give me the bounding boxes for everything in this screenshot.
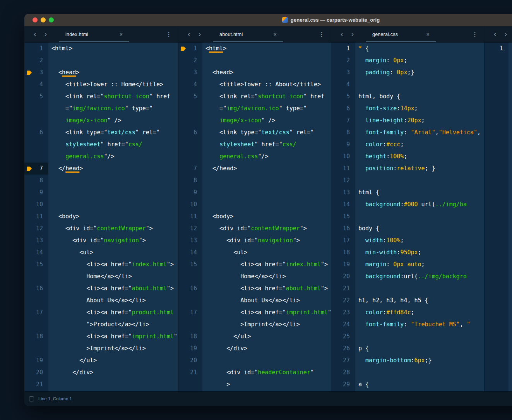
- code-row[interactable]: 26p {: [331, 343, 484, 355]
- code-line[interactable]: general.css"/>: [48, 151, 178, 163]
- code-line[interactable]: [48, 199, 178, 211]
- line-number-gutter[interactable]: 20: [178, 355, 202, 367]
- code-line[interactable]: <link type="text/css" rel=": [202, 127, 331, 139]
- line-number-gutter[interactable]: 8: [24, 175, 48, 187]
- line-number-gutter[interactable]: 21: [24, 379, 48, 391]
- code-row[interactable]: About Us</a></li>: [24, 295, 178, 307]
- line-number-gutter[interactable]: 17: [331, 235, 355, 247]
- line-number-gutter[interactable]: 6: [178, 127, 202, 139]
- code-row[interactable]: 16 <li><a href="about.html">: [24, 283, 178, 295]
- code-row[interactable]: 23 color:#ffd84c;: [331, 307, 484, 319]
- close-window-button[interactable]: [33, 17, 38, 22]
- code-editor-index-html[interactable]: 1<html>23 <head>4 <title>Tower :: Home</…: [24, 43, 178, 391]
- line-number-gutter[interactable]: [24, 115, 48, 127]
- code-line[interactable]: [355, 331, 484, 343]
- code-row[interactable]: 9: [24, 187, 178, 199]
- code-line[interactable]: <li><a href="product.html: [48, 307, 178, 319]
- code-row[interactable]: 10: [24, 199, 178, 211]
- line-number-gutter[interactable]: 9: [178, 187, 202, 199]
- code-row[interactable]: 15 <li><a href="index.html">: [178, 259, 331, 271]
- code-row[interactable]: 1<html>: [24, 43, 178, 55]
- line-number-gutter[interactable]: [178, 271, 202, 283]
- close-tab-icon[interactable]: ×: [274, 32, 277, 37]
- code-line[interactable]: <body>: [202, 211, 331, 223]
- line-number-gutter[interactable]: 20: [24, 367, 48, 379]
- code-row[interactable]: 21: [24, 379, 178, 391]
- code-row[interactable]: >: [178, 379, 331, 391]
- code-line[interactable]: <div id="contentWrapper">: [202, 223, 331, 235]
- code-line[interactable]: <div id="navigation">: [202, 235, 331, 247]
- code-row[interactable]: 20: [178, 355, 331, 367]
- code-row[interactable]: 14 <ul>: [24, 247, 178, 259]
- code-row[interactable]: 28: [331, 367, 484, 379]
- line-number-gutter[interactable]: 2: [24, 55, 48, 67]
- code-line[interactable]: stylesheet" href="css/: [202, 139, 331, 151]
- overflow-menu-icon[interactable]: ⋮: [319, 31, 325, 38]
- line-number-gutter[interactable]: 4: [178, 79, 202, 91]
- code-row[interactable]: 3 <head>: [178, 67, 331, 79]
- code-editor-4[interactable]: 1: [485, 43, 512, 391]
- line-number-gutter[interactable]: 20: [331, 271, 355, 283]
- line-number-gutter[interactable]: 25: [331, 331, 355, 343]
- line-number-gutter[interactable]: 14: [178, 247, 202, 259]
- code-row[interactable]: 18 <li><a href="imprint.html": [24, 331, 178, 343]
- code-row[interactable]: 4 <title>Tower :: About</title>: [178, 79, 331, 91]
- code-line[interactable]: image/x-icon" />: [202, 115, 331, 127]
- code-line[interactable]: color:#ffd84c;: [355, 307, 484, 319]
- code-row[interactable]: 1<html>: [178, 43, 331, 55]
- code-row[interactable]: 29a {: [331, 379, 484, 391]
- code-line[interactable]: </head>: [202, 163, 331, 175]
- code-line[interactable]: html, body {: [355, 91, 484, 103]
- code-row[interactable]: 11 <body>: [24, 211, 178, 223]
- code-line[interactable]: image/x-icon" />: [48, 115, 178, 127]
- code-line[interactable]: <li><a href="about.html">: [202, 283, 331, 295]
- line-number-gutter[interactable]: 28: [331, 367, 355, 379]
- line-number-gutter[interactable]: 7: [178, 163, 202, 175]
- code-row[interactable]: 16 <li><a href="about.html">: [178, 283, 331, 295]
- code-row[interactable]: 4: [331, 79, 484, 91]
- line-number-gutter[interactable]: 12: [178, 223, 202, 235]
- line-number-gutter[interactable]: [178, 379, 202, 391]
- code-row[interactable]: 1* {: [331, 43, 484, 55]
- code-row[interactable]: 14 <ul>: [178, 247, 331, 259]
- code-row[interactable]: >Imprint</a></li>: [24, 343, 178, 355]
- line-number-gutter[interactable]: 8: [178, 175, 202, 187]
- status-box-icon[interactable]: [29, 396, 34, 401]
- code-row[interactable]: 21 <div id="headerContainer": [178, 367, 331, 379]
- line-number-gutter[interactable]: 16: [24, 283, 48, 295]
- history-back-icon[interactable]: ‹: [32, 26, 38, 42]
- line-number-gutter[interactable]: 13: [178, 235, 202, 247]
- line-number-gutter[interactable]: 18: [331, 247, 355, 259]
- code-line[interactable]: <body>: [48, 211, 178, 223]
- line-number-gutter[interactable]: 14: [24, 247, 48, 259]
- code-line[interactable]: <link type="text/css" rel=": [48, 127, 178, 139]
- line-number-gutter[interactable]: 15: [178, 259, 202, 271]
- code-line[interactable]: <li><a href="imprint.html": [202, 307, 331, 319]
- code-line[interactable]: font-family: "Trebuchet MS", ": [355, 319, 484, 331]
- overflow-menu-icon[interactable]: ⋮: [166, 31, 172, 38]
- line-number-gutter[interactable]: [178, 115, 202, 127]
- code-line[interactable]: font-family: "Arial","Helvetica",: [355, 127, 484, 139]
- history-back-icon[interactable]: ‹: [186, 26, 192, 42]
- line-number-gutter[interactable]: 3: [331, 67, 355, 79]
- code-line[interactable]: <ul>: [48, 247, 178, 259]
- code-row[interactable]: 5 <link rel="shortcut icon" href: [24, 91, 178, 103]
- line-number-gutter[interactable]: [24, 271, 48, 283]
- line-number-gutter[interactable]: 29: [331, 379, 355, 391]
- code-row[interactable]: 13html {: [331, 187, 484, 199]
- line-number-gutter[interactable]: 8: [331, 127, 355, 139]
- code-line[interactable]: ">Product</a></li>: [48, 319, 178, 331]
- code-line[interactable]: line-height:20px;: [355, 115, 484, 127]
- code-line[interactable]: * {: [355, 43, 484, 55]
- code-line[interactable]: stylesheet" href="css/: [48, 139, 178, 151]
- code-row[interactable]: 12 <div id="contentWrapper">: [178, 223, 331, 235]
- code-editor-general-css[interactable]: 1* {2 margin: 0px;3 padding: 0px;}45html…: [331, 43, 484, 391]
- code-row[interactable]: stylesheet" href="css/: [178, 139, 331, 151]
- code-line[interactable]: [48, 55, 178, 67]
- line-number-gutter[interactable]: [178, 103, 202, 115]
- line-number-gutter[interactable]: 11: [24, 211, 48, 223]
- history-forward-icon[interactable]: ›: [503, 26, 509, 42]
- history-back-icon[interactable]: ‹: [492, 26, 498, 42]
- code-row[interactable]: ="img/favicon.ico" type=": [24, 103, 178, 115]
- code-line[interactable]: [202, 355, 331, 367]
